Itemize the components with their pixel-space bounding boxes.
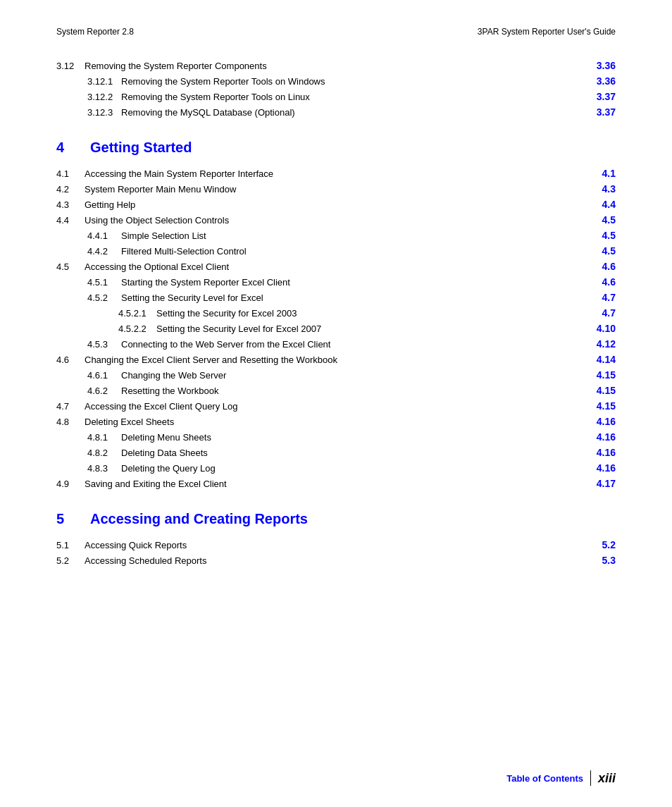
entry-page: 3.37 (580, 91, 616, 102)
chapter-title: Getting Started (90, 140, 192, 156)
entry-page: 4.7 (580, 307, 616, 319)
entry-page: 4.5 (580, 230, 616, 241)
entry-text: Removing the System Reporter Tools on Wi… (121, 76, 580, 87)
entry-text: Accessing Quick Reports (85, 540, 580, 550)
entry-page: 3.37 (580, 106, 616, 118)
entry-page: 4.1 (580, 168, 616, 179)
entry-num: 4.6.1 (87, 370, 121, 381)
entry-page: 4.5 (580, 214, 616, 226)
page: System Reporter 2.8 3PAR System Reporter… (0, 0, 672, 807)
entry-page: 3.36 (580, 60, 616, 71)
entry-page: 4.6 (580, 261, 616, 272)
entry-num: 4.5.2 (87, 292, 121, 303)
toc-row: 3.12.1Removing the System Reporter Tools… (56, 73, 616, 89)
toc-row: 4.6.2Resetting the Workbook4.15 (56, 383, 616, 398)
entry-text: Accessing the Excel Client Query Log (85, 401, 580, 412)
entry-text: Changing the Web Server (121, 370, 580, 381)
chapter-heading: 5Accessing and Creating Reports (56, 511, 616, 527)
entry-num: 3.12.3 (87, 107, 121, 118)
entry-page: 4.12 (580, 338, 616, 350)
entry-text: Removing the MySQL Database (Optional) (121, 107, 580, 118)
entry-page: 4.5 (580, 245, 616, 257)
entry-text: Using the Object Selection Controls (85, 215, 580, 226)
entry-page: 4.7 (580, 292, 616, 303)
entry-page: 4.17 (580, 478, 616, 489)
entry-num: 3.12.2 (87, 92, 121, 102)
chapter-heading: 4Getting Started (56, 140, 616, 156)
entry-num: 4.8.3 (87, 463, 121, 474)
entry-text: Changing the Excel Client Server and Res… (85, 355, 580, 365)
entry-page: 5.2 (580, 539, 616, 550)
entry-num: 3.12 (56, 61, 85, 71)
entry-page: 4.15 (580, 385, 616, 396)
toc-row: 4.6Changing the Excel Client Server and … (56, 352, 616, 367)
entry-page: 4.16 (580, 416, 616, 427)
entry-text: Deleting Data Sheets (121, 448, 580, 458)
entry-num: 4.1 (56, 168, 85, 179)
entry-text: Setting the Security Level for Excel 200… (156, 324, 580, 334)
entry-text: Deleting Excel Sheets (85, 417, 580, 427)
entry-num: 4.4 (56, 215, 85, 226)
entry-text: Accessing the Main System Reporter Inter… (85, 168, 580, 179)
entry-num: 4.4.1 (87, 230, 121, 241)
entry-text: Accessing Scheduled Reports (85, 555, 580, 566)
entry-page: 4.4 (580, 199, 616, 210)
entry-num: 4.6 (56, 355, 85, 365)
entry-text: Accessing the Optional Excel Client (85, 261, 580, 272)
toc-row: 4.5.2.1Setting the Security for Excel 20… (56, 305, 616, 321)
entry-text: Saving and Exiting the Excel Client (85, 479, 580, 489)
entry-page: 4.16 (580, 431, 616, 443)
entry-text: Connecting to the Web Server from the Ex… (121, 339, 580, 350)
entry-text: Removing the System Reporter Tools on Li… (121, 92, 580, 102)
footer-label: Table of Contents (506, 773, 583, 784)
entry-page: 4.16 (580, 447, 616, 458)
toc-row: 4.5Accessing the Optional Excel Client4.… (56, 259, 616, 274)
toc-row: 4.4.2Filtered Multi-Selection Control4.5 (56, 243, 616, 259)
toc-row: 4.5.2Setting the Security Level for Exce… (56, 290, 616, 305)
toc-row: 4.5.1Starting the System Reporter Excel … (56, 274, 616, 290)
entry-page: 4.14 (580, 354, 616, 365)
toc-row: 3.12.3Removing the MySQL Database (Optio… (56, 104, 616, 120)
chapter-num: 4 (56, 140, 90, 156)
entry-text: Deleting the Query Log (121, 463, 580, 474)
chapter-num: 5 (56, 511, 90, 527)
entry-num: 4.5 (56, 261, 85, 272)
page-header: System Reporter 2.8 3PAR System Reporter… (0, 0, 672, 51)
entry-num: 5.2 (56, 555, 85, 566)
entry-page: 4.15 (580, 400, 616, 412)
toc-row: 4.8Deleting Excel Sheets4.16 (56, 414, 616, 429)
entry-text: Resetting the Workbook (121, 386, 580, 396)
entry-text: Getting Help (85, 199, 580, 210)
entry-page: 4.3 (580, 183, 616, 195)
toc-row: 4.7Accessing the Excel Client Query Log4… (56, 398, 616, 414)
entry-num: 4.6.2 (87, 386, 121, 396)
toc-row: 4.2System Reporter Main Menu Window4.3 (56, 181, 616, 197)
entry-num: 4.3 (56, 199, 85, 210)
toc-row: 3.12Removing the System Reporter Compone… (56, 58, 616, 73)
toc-row: 5.1Accessing Quick Reports5.2 (56, 537, 616, 553)
toc-row: 4.9Saving and Exiting the Excel Client4.… (56, 476, 616, 491)
entry-num: 4.5.1 (87, 277, 121, 288)
footer-divider (590, 770, 591, 786)
footer-pagenum: xiii (598, 771, 616, 786)
entry-num: 4.5.3 (87, 339, 121, 350)
toc-row: 4.5.2.2Setting the Security Level for Ex… (56, 321, 616, 336)
entry-page: 5.3 (580, 555, 616, 566)
entry-text: Simple Selection List (121, 230, 580, 241)
entry-text: Starting the System Reporter Excel Clien… (121, 277, 580, 288)
entry-num: 4.8 (56, 417, 85, 427)
entry-num: 4.5.2.1 (118, 308, 156, 319)
toc-row: 4.4Using the Object Selection Controls4.… (56, 212, 616, 228)
entry-text: Setting the Security Level for Excel (121, 292, 580, 303)
toc-row: 4.3Getting Help4.4 (56, 197, 616, 212)
toc-row: 3.12.2Removing the System Reporter Tools… (56, 89, 616, 104)
toc-content: 3.12Removing the System Reporter Compone… (0, 51, 672, 610)
toc-row: 4.8.3Deleting the Query Log4.16 (56, 460, 616, 476)
entry-page: 4.16 (580, 462, 616, 474)
toc-row: 4.8.2Deleting Data Sheets4.16 (56, 445, 616, 460)
entry-num: 5.1 (56, 540, 85, 550)
chapter-title: Accessing and Creating Reports (90, 511, 308, 527)
entry-num: 4.4.2 (87, 246, 121, 257)
entry-page: 4.10 (580, 323, 616, 334)
header-right: 3PAR System Reporter User's Guide (478, 27, 616, 37)
